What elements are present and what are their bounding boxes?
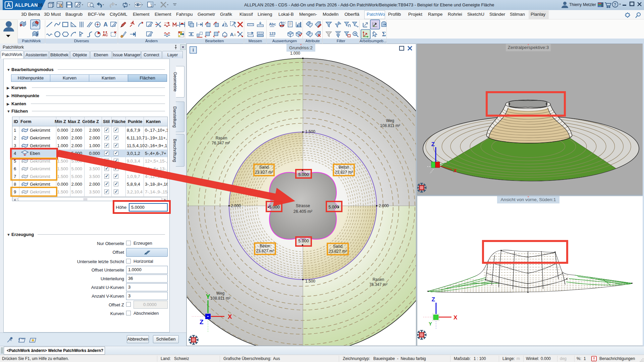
svg-text:5.000: 5.000 [298,172,309,177]
svg-text:2.000: 2.000 [231,203,241,208]
svg-text:A: A [104,21,108,28]
svg-text:Beton: Beton [338,165,349,170]
svg-text:i: i [193,47,194,53]
svg-text:Grundriss:2: Grundriss:2 [289,45,313,50]
svg-text:26.405 m²: 26.405 m² [293,209,312,214]
svg-text:Y: Y [447,160,450,165]
svg-text:Z: Z [200,318,204,325]
svg-text:Thierry Metzler: Thierry Metzler [569,2,596,7]
svg-text:108.811 m²: 108.811 m² [380,123,400,128]
svg-text:Rasen: Rasen [216,136,227,140]
svg-text:2.000: 2.000 [379,203,389,208]
svg-text:Beton: Beton [260,244,270,248]
svg-text:Z: Z [432,296,435,303]
svg-text:Ansicht von vorne, Süden:1: Ansicht von vorne, Süden:1 [500,197,556,202]
svg-text:Zentralperspektive:3: Zentralperspektive:3 [508,45,549,50]
svg-text:§: § [37,33,39,37]
svg-text:X: X [453,168,457,173]
svg-text:A: A [234,33,236,37]
svg-text:1.000: 1.000 [290,51,300,56]
svg-text:23.827 m²: 23.827 m² [255,170,273,175]
svg-text:76.347 m²: 76.347 m² [212,141,230,145]
svg-text:Y: Y [206,293,210,300]
svg-text:5.000: 5.000 [328,205,339,209]
svg-text:23.827 m²: 23.827 m² [256,249,274,253]
svg-text:Sand: Sand [333,244,342,249]
svg-text:Y: Y [429,321,432,326]
svg-text:5.000: 5.000 [298,239,309,243]
svg-text:Strasse: Strasse [296,203,310,208]
svg-text:A: A [230,32,234,37]
svg-text:1.500: 1.500 [305,279,315,284]
svg-text:Sand: Sand [259,165,269,170]
svg-text:23.827 m²: 23.827 m² [335,170,353,175]
svg-text:X: X [453,314,458,321]
svg-text:?: ? [614,2,616,7]
svg-text:ABC: ABC [281,21,286,24]
svg-text:Weg: Weg [386,118,394,123]
svg-text:Σ: Σ [382,31,386,38]
svg-text:X: X [228,313,232,320]
svg-text:Z: Z [431,141,435,147]
svg-text:23.827 m²: 23.827 m² [329,249,347,254]
svg-text:2: 2 [151,4,152,7]
svg-text:Abc: Abc [269,22,276,26]
svg-text:123: 123 [269,32,275,36]
svg-text:AC: AC [103,33,108,37]
svg-text:Weg: Weg [216,291,224,296]
svg-text:108.811 m²: 108.811 m² [210,296,230,301]
svg-text:1.500: 1.500 [305,129,315,134]
svg-text:76.347 m²: 76.347 m² [369,282,387,287]
svg-text:5.000: 5.000 [269,205,279,209]
svg-text:Rasen: Rasen [373,277,384,282]
